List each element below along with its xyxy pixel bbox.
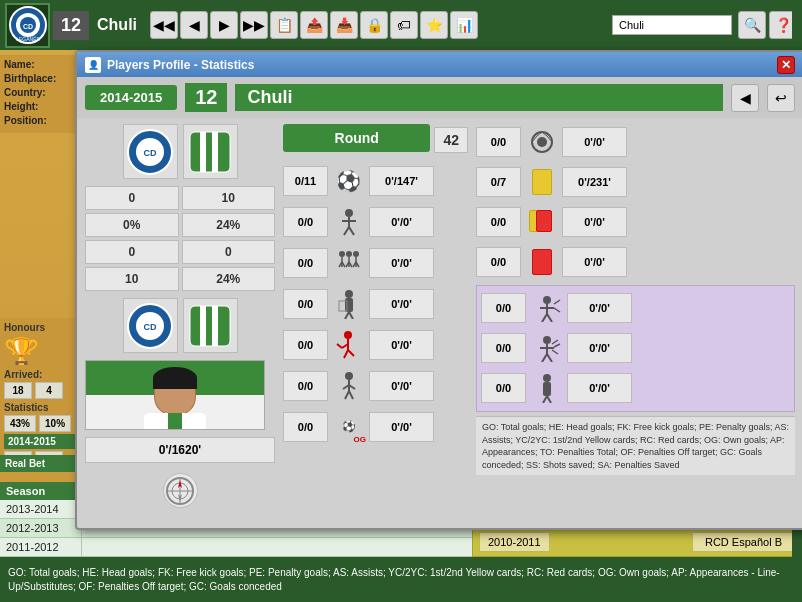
svg-line-27: [349, 227, 354, 235]
country-label: Country:: [4, 87, 74, 98]
right-bottom-left-1: 0/0: [481, 333, 526, 363]
svg-point-30: [353, 251, 359, 257]
svg-point-51: [345, 372, 353, 380]
modal-legend: GO: Total goals; HE: Head goals; FK: Fre…: [476, 416, 795, 475]
modal-close-button[interactable]: ✕: [777, 56, 795, 74]
svg-line-62: [542, 314, 547, 322]
player-name-display: Chuli: [97, 16, 137, 34]
club-icon-1: CD: [123, 124, 178, 179]
name-label: Name:: [4, 59, 74, 70]
svg-line-70: [547, 354, 552, 362]
svg-rect-15: [200, 306, 206, 346]
arrived-val1: 18: [4, 382, 32, 399]
stat-row-6: 0/0 ⚽ OG 0'/0': [283, 409, 468, 444]
round-row: Round 42: [283, 124, 468, 155]
season-header: Season: [0, 482, 82, 500]
svg-point-45: [344, 331, 352, 339]
stat-row-4: 0/0 0'/0': [283, 327, 468, 362]
season-cell-3: 2011-2012: [0, 538, 82, 556]
toolbar-btn-9[interactable]: 🏷: [390, 11, 418, 39]
stat-icon-1: [331, 204, 366, 239]
svg-line-56: [349, 391, 353, 399]
modal-right-panel: 0/0 0'/0' 0/7: [476, 124, 795, 512]
stat-icon-4: [331, 327, 366, 362]
club-icon-4: [183, 298, 238, 353]
right-bottom-left-2: 0/0: [481, 373, 526, 403]
stat-val7: 10: [85, 267, 179, 291]
yellow-card-icon: [524, 164, 559, 199]
svg-point-40: [345, 290, 353, 298]
svg-rect-8: [190, 132, 230, 172]
stat-middle-left-5: 0/0: [283, 371, 328, 401]
stat-middle-left-0: 0/11: [283, 166, 328, 196]
svg-point-74: [543, 374, 551, 382]
stat-val5: 0: [85, 240, 179, 264]
stats-grid-top: 0 10 0% 24% 0 0 10 24%: [85, 186, 275, 291]
stat-icon-6: ⚽ OG: [331, 409, 366, 444]
modal-title: Players Profile - Statistics: [107, 58, 777, 72]
toolbar-btn-6[interactable]: 📤: [300, 11, 328, 39]
player-number-badge: 12: [185, 83, 227, 112]
modal-header-row: 2014-2015 12 Chuli ◀ ↩: [77, 77, 802, 118]
right-bottom-right-0: 0'/0': [567, 293, 632, 323]
right-bottom-icon-2: [529, 370, 564, 405]
statistics-label: Statistics: [4, 402, 78, 413]
modal-icon: 👤: [85, 57, 101, 73]
round-value: 42: [434, 127, 468, 153]
right-top-section: 0/0 0'/0' 0/7: [476, 124, 795, 281]
svg-point-58: [537, 137, 547, 147]
right-stat-right-2: 0'/0': [562, 207, 627, 237]
compass-area: [85, 469, 275, 512]
modal-left-panel: CD 0 10 0% 24% 0 0 10: [85, 124, 275, 512]
nav-prev-button[interactable]: ◀: [731, 84, 759, 112]
stat-icon-2: [331, 245, 366, 280]
stat-middle-left-6: 0/0: [283, 412, 328, 442]
toolbar-btn-2[interactable]: ◀: [180, 11, 208, 39]
toolbar-btn-3[interactable]: ▶: [210, 11, 238, 39]
toolbar-btn-1[interactable]: ◀◀: [150, 11, 178, 39]
svg-line-76: [543, 396, 547, 403]
stat-val4: 24%: [182, 213, 276, 237]
right-stat-icon-0: [524, 124, 559, 159]
toolbar-btn-7[interactable]: 📥: [330, 11, 358, 39]
position-label: Position:: [4, 115, 74, 126]
svg-line-49: [348, 350, 354, 356]
modal-titlebar: 👤 Players Profile - Statistics ✕: [77, 52, 802, 77]
toolbar-btn-4[interactable]: ▶▶: [240, 11, 268, 39]
stat-row-2: 0/0 0'/0': [283, 245, 468, 280]
birthplace-row: Birthplace:: [4, 73, 78, 84]
table-row[interactable]: 2011-2012: [0, 538, 475, 557]
svg-rect-16: [212, 306, 218, 346]
toolbar-btn-10[interactable]: ⭐: [420, 11, 448, 39]
right-bottom-row-0: 0/0 0'/: [481, 290, 790, 325]
nav-next-button[interactable]: ↩: [767, 84, 795, 112]
svg-text:CD: CD: [22, 23, 32, 30]
stat-row-5: 0/0 0'/0': [283, 368, 468, 403]
svg-line-69: [542, 354, 547, 362]
player-name-badge: Chuli: [235, 84, 723, 111]
stat-middle-left-4: 0/0: [283, 330, 328, 360]
stat-val6: 0: [182, 240, 276, 264]
svg-point-59: [543, 296, 551, 304]
toolbar-btn-8[interactable]: 🔒: [360, 11, 388, 39]
search-input[interactable]: [612, 15, 732, 35]
toolbar-btn-11[interactable]: 📊: [450, 11, 478, 39]
svg-text:LEGANÉS: LEGANÉS: [16, 36, 40, 42]
stat-middle-left-1: 0/0: [283, 207, 328, 237]
height-label: Height:: [4, 101, 74, 112]
height-row: Height:: [4, 101, 78, 112]
bottom-club-value: RCD Español B: [692, 532, 795, 552]
svg-point-29: [346, 251, 352, 257]
search-button[interactable]: 🔍: [738, 11, 766, 39]
round-button[interactable]: Round: [283, 124, 430, 152]
stat-middle-left-2: 0/0: [283, 248, 328, 278]
stat-middle-left-3: 0/0: [283, 289, 328, 319]
right-stat-right-0: 0'/0': [562, 127, 627, 157]
position-row: Position:: [4, 115, 78, 126]
stat-icon-0: ⚽: [331, 163, 366, 198]
stat-val8: 24%: [182, 267, 276, 291]
right-bottom-left-0: 0/0: [481, 293, 526, 323]
svg-line-65: [554, 308, 560, 312]
toolbar-btn-5[interactable]: 📋: [270, 11, 298, 39]
modal-middle-panel: Round 42 0/11 ⚽ 0'/147' 0/0 0'/0' 0/0: [283, 124, 468, 512]
